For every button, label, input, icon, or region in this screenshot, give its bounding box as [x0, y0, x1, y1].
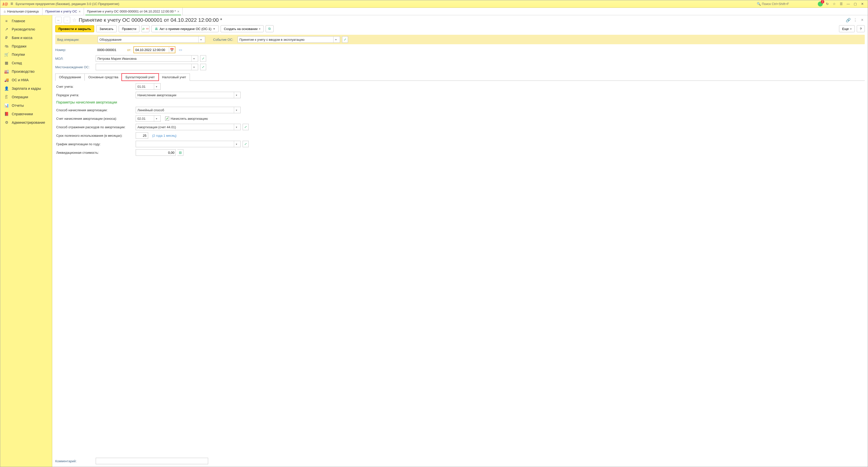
from-label: от: [127, 48, 131, 52]
account-select[interactable]: 01.01 ▾ [136, 83, 161, 90]
order-select[interactable]: Начисление амортизации ▾ [136, 92, 241, 98]
useful-life-hint: (2 года 1 месяц) [152, 134, 177, 138]
dep-account-select[interactable]: 02.01 ▾ [136, 115, 161, 122]
cart-icon: 🛒 [4, 52, 9, 57]
sidebar-item-purchases[interactable]: 🛒Покупки [0, 50, 52, 59]
dep-account-label: Счет начисления амортизации (износа): [56, 117, 134, 120]
chevron-down-icon: ▾ [234, 124, 239, 130]
structure-button[interactable]: ⧉ [266, 25, 274, 32]
tab-close-icon[interactable]: × [177, 9, 179, 13]
chevron-down-icon: ▾ [234, 107, 239, 113]
calc-icon[interactable]: ▤ [177, 149, 183, 156]
liquidation-field[interactable] [136, 149, 176, 156]
close-panel-icon[interactable]: × [860, 18, 865, 23]
date-field[interactable]: 📅 [133, 46, 176, 53]
open-ref-button[interactable]: ⤢ [243, 141, 249, 147]
person-icon: 👤 [4, 86, 9, 91]
open-ref-button[interactable]: ⤢ [200, 64, 206, 70]
sidebar-item-operations[interactable]: ДтКтОперации [0, 93, 52, 101]
op-type-value: Оборудование [99, 38, 198, 41]
comment-row: Комментарий: [52, 456, 868, 467]
inner-tabs: Оборудование Основные средства Бухгалтер… [55, 73, 865, 81]
mol-select[interactable]: Петрова Мария Ивановна ▾ [96, 55, 198, 62]
sidebar-item-manager[interactable]: ↗Руководителю [0, 25, 52, 33]
mol-value: Петрова Мария Ивановна [97, 57, 191, 60]
method-select[interactable]: Линейный способ ▾ [136, 107, 241, 113]
sidebar-item-bank[interactable]: ₽Банк и касса [0, 33, 52, 42]
calendar-icon[interactable]: 📅 [169, 47, 175, 53]
open-ref-button[interactable]: ⤢ [342, 36, 348, 43]
location-label: Местонахождение ОС: [55, 65, 94, 69]
liquidation-label: Ликвидационная стоимость: [56, 151, 134, 154]
grid-icon: ▦ [4, 61, 9, 65]
sidebar-item-label: Главное [12, 19, 25, 23]
sidebar-item-reports[interactable]: 📊Отчеты [0, 101, 52, 110]
sidebar-item-warehouse[interactable]: ▦Склад [0, 59, 52, 67]
star-icon[interactable]: ☆ [831, 1, 837, 7]
number-label: Номер: [55, 48, 94, 52]
toggles-icon[interactable]: ☰ [838, 1, 844, 7]
post-button[interactable]: Провести [119, 25, 140, 32]
search-box[interactable]: 🔍 [757, 2, 812, 6]
save-button[interactable]: Записать [96, 25, 117, 32]
create-based-button[interactable]: Создать на основании▾ [221, 25, 264, 32]
sidebar-item-production[interactable]: 🏭Производство [0, 67, 52, 76]
history-icon[interactable]: ↻ [824, 1, 830, 7]
sidebar-item-main[interactable]: ≡Главное [0, 17, 52, 25]
inner-tab-accounting[interactable]: Бухгалтерский учет [122, 74, 158, 81]
date-input[interactable] [134, 47, 169, 53]
print-label: Акт о приеме-передаче ОС (ОС-1) [159, 27, 211, 31]
tab-asset-acceptance-doc[interactable]: Принятие к учету ОС 0000-000001 от 04.10… [84, 8, 183, 15]
maximize-icon[interactable]: ▢ [852, 1, 858, 7]
order-value: Начисление амортизации [137, 93, 234, 97]
minimize-icon[interactable]: — [845, 1, 851, 7]
location-select[interactable]: ▾ [96, 64, 198, 70]
close-icon[interactable]: ✕ [859, 1, 865, 7]
link-icon[interactable]: 🔗 [846, 18, 851, 23]
dtkt-button[interactable]: ДтКт [142, 25, 149, 32]
expense-select[interactable]: Амортизация (счет 44.01) ▾ [136, 124, 241, 130]
sidebar-item-sales[interactable]: 🛍Продажи [0, 42, 52, 50]
sidebar-item-assets[interactable]: 🚚ОС и НМА [0, 76, 52, 84]
menu-icon[interactable]: ≡ [10, 1, 13, 6]
chevron-down-icon: ▾ [154, 84, 159, 89]
sidebar-item-salary[interactable]: 👤Зарплата и кадры [0, 84, 52, 93]
home-tab[interactable]: ⌂ Начальная страница [0, 8, 42, 15]
chevron-down-icon: ▾ [154, 116, 159, 121]
inner-tab-fixed-assets[interactable]: Основные средства [85, 74, 122, 81]
logo-1c: 1@ [2, 2, 8, 6]
open-ref-button[interactable]: ⤢ [243, 124, 249, 130]
schedule-select[interactable]: ▾ [136, 141, 241, 147]
back-button[interactable]: ← [55, 17, 62, 23]
tab-asset-acceptance-list[interactable]: Принятие к учету ОС × [42, 8, 84, 15]
help-button[interactable]: ? [857, 25, 865, 32]
favorite-icon[interactable]: ☆ [72, 17, 77, 23]
op-type-select[interactable]: Оборудование ▾ [98, 36, 205, 43]
more-button[interactable]: Еще▾ [839, 25, 855, 32]
event-select[interactable]: Принятие к учету с вводом в эксплуатацию… [238, 36, 340, 43]
book-icon: 📕 [4, 112, 9, 116]
method-label: Способ начисления амортизации: [56, 108, 134, 112]
forward-button: → [64, 17, 70, 23]
number-field[interactable] [96, 47, 125, 53]
sidebar: ≡Главное ↗Руководителю ₽Банк и касса 🛍Пр… [0, 15, 52, 467]
calc-depreciation-checkbox[interactable]: ✓ Начислять амортизацию [165, 117, 208, 120]
useful-life-field[interactable] [136, 132, 148, 139]
inner-tab-tax[interactable]: Налоговый учет [158, 74, 190, 81]
print-button[interactable]: 🖶Акт о приеме-передаче ОС (ОС-1)▼ [151, 25, 219, 32]
tab-close-icon[interactable]: × [79, 9, 81, 13]
inner-tab-equipment[interactable]: Оборудование [55, 74, 85, 81]
post-and-close-button[interactable]: Провести и закрыть [55, 25, 94, 32]
useful-life-label: Срок полезного использования (в месяцах)… [56, 134, 134, 138]
sidebar-item-references[interactable]: 📕Справочники [0, 110, 52, 118]
comment-field[interactable] [96, 458, 208, 464]
kebab-icon[interactable]: ⋮ [853, 18, 858, 23]
notifications-button[interactable]: 2 [817, 1, 823, 7]
expense-label: Способ отражения расходов по амортизации… [56, 125, 134, 129]
search-input[interactable] [762, 2, 812, 6]
sidebar-item-admin[interactable]: ⚙Администрирование [0, 118, 52, 127]
chevron-down-icon: ▾ [234, 141, 239, 147]
chart-icon: 📊 [4, 103, 9, 108]
notification-count: 2 [821, 0, 824, 3]
open-ref-button[interactable]: ⤢ [200, 55, 206, 62]
